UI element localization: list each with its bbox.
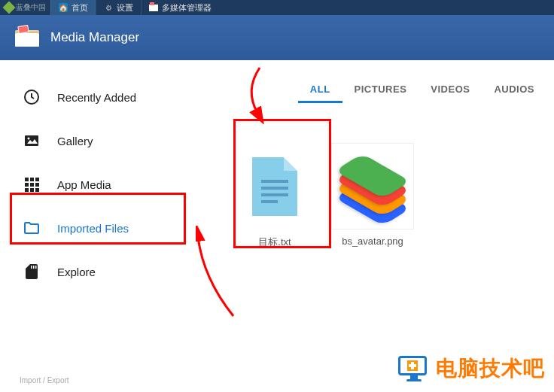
svg-rect-9 bbox=[35, 183, 39, 187]
clock-icon bbox=[23, 88, 41, 106]
window-tab-bar: 蓝叠中国 🏠 首页 ⚙ 设置 多媒体管理器 bbox=[0, 0, 554, 15]
logo-diamond-icon bbox=[3, 2, 16, 14]
document-icon bbox=[233, 143, 316, 229]
watermark: 电脑技术吧 bbox=[398, 354, 545, 383]
tab-media-manager[interactable]: 多媒体管理器 bbox=[141, 0, 219, 15]
image-icon bbox=[23, 132, 41, 150]
file-item-image[interactable]: bs_avatar.png bbox=[331, 143, 414, 249]
sidebar-item-gallery[interactable]: Gallery bbox=[0, 119, 188, 163]
sidebar-item-label: App Media bbox=[57, 178, 111, 191]
sidebar-item-explore[interactable]: Explore bbox=[0, 250, 188, 293]
sidebar-item-label: Imported Files bbox=[57, 222, 129, 235]
svg-rect-11 bbox=[30, 188, 34, 192]
svg-rect-4 bbox=[25, 178, 29, 181]
svg-point-3 bbox=[28, 138, 30, 140]
svg-rect-12 bbox=[35, 188, 39, 192]
svg-rect-14 bbox=[33, 266, 35, 269]
file-name: bs_avatar.png bbox=[331, 229, 414, 247]
watermark-text: 电脑技术吧 bbox=[436, 354, 545, 383]
tab-label: 多媒体管理器 bbox=[162, 2, 212, 14]
sidebar-item-recently-added[interactable]: Recently Added bbox=[0, 75, 188, 119]
app-logo: 蓝叠中国 bbox=[0, 0, 50, 15]
main-panel: ALL PICTURES VIDEOS AUDIOS 目标.txt bbox=[188, 60, 554, 392]
filter-tab-pictures[interactable]: PICTURES bbox=[342, 77, 419, 103]
svg-rect-5 bbox=[30, 178, 34, 181]
sidebar-item-imported-files[interactable]: Imported Files bbox=[0, 206, 188, 250]
home-icon: 🏠 bbox=[59, 3, 68, 12]
media-manager-icon bbox=[15, 29, 39, 47]
file-item-document[interactable]: 目标.txt bbox=[233, 143, 316, 249]
content-area: Recently Added Gallery App Media Importe… bbox=[0, 60, 554, 392]
media-icon bbox=[149, 3, 158, 12]
filter-tab-all[interactable]: ALL bbox=[298, 77, 342, 103]
svg-rect-7 bbox=[25, 183, 29, 187]
filter-tab-videos[interactable]: VIDEOS bbox=[419, 77, 482, 103]
tab-settings[interactable]: ⚙ 设置 bbox=[96, 0, 141, 15]
gear-icon: ⚙ bbox=[104, 3, 113, 12]
filter-tabs: ALL PICTURES VIDEOS AUDIOS bbox=[188, 75, 554, 105]
sdcard-icon bbox=[23, 263, 41, 281]
image-thumbnail bbox=[331, 143, 414, 229]
grid-icon bbox=[23, 175, 41, 193]
sidebar-item-app-media[interactable]: App Media bbox=[0, 163, 188, 206]
folder-icon bbox=[23, 219, 41, 237]
logo-text: 蓝叠中国 bbox=[16, 2, 46, 13]
svg-rect-15 bbox=[35, 266, 37, 269]
tab-label: 设置 bbox=[117, 2, 133, 14]
svg-rect-1 bbox=[25, 135, 38, 146]
sidebar-item-label: Explore bbox=[57, 266, 96, 278]
svg-rect-6 bbox=[35, 178, 39, 181]
file-grid: 目标.txt bs_avatar.png bbox=[188, 105, 554, 249]
tab-label: 首页 bbox=[72, 2, 88, 14]
sidebar-item-label: Gallery bbox=[57, 135, 93, 147]
app-header: Media Manager bbox=[0, 15, 554, 60]
tab-home[interactable]: 🏠 首页 bbox=[50, 0, 96, 15]
sidebar-footer[interactable]: Import / Export bbox=[20, 376, 69, 384]
watermark-logo-icon bbox=[398, 356, 430, 381]
sidebar: Recently Added Gallery App Media Importe… bbox=[0, 60, 188, 392]
sidebar-item-label: Recently Added bbox=[57, 91, 136, 104]
svg-rect-13 bbox=[31, 266, 32, 269]
file-name: 目标.txt bbox=[233, 229, 316, 249]
svg-rect-8 bbox=[30, 183, 34, 187]
filter-tab-audios[interactable]: AUDIOS bbox=[482, 77, 546, 103]
svg-rect-10 bbox=[25, 188, 29, 192]
page-title: Media Manager bbox=[50, 30, 139, 45]
